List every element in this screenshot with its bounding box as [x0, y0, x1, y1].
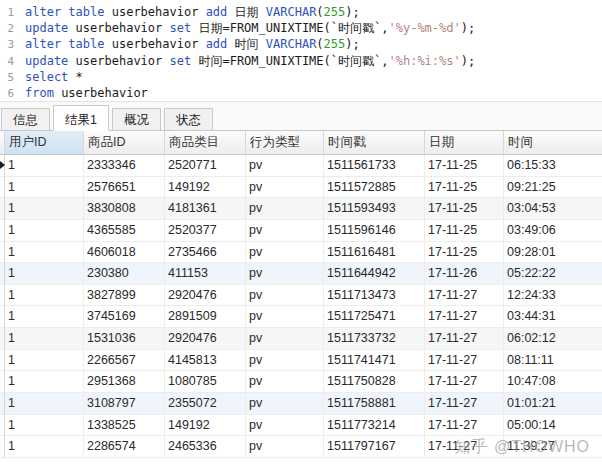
- cell[interactable]: pv: [246, 155, 324, 177]
- cell[interactable]: pv: [246, 393, 324, 415]
- cell[interactable]: 17-11-27: [425, 285, 504, 307]
- cell[interactable]: 03:04:53: [504, 198, 602, 220]
- cell[interactable]: 3827899: [84, 285, 165, 307]
- cell[interactable]: 2520377: [165, 220, 246, 242]
- column-header[interactable]: 用户ID: [5, 131, 84, 155]
- cell[interactable]: 1511733732: [324, 328, 425, 350]
- cell[interactable]: 1: [5, 328, 84, 350]
- row-selector-gutter[interactable]: [0, 415, 5, 437]
- cell[interactable]: 4606018: [84, 242, 165, 264]
- cell[interactable]: 2333346: [84, 155, 165, 177]
- row-selector-gutter[interactable]: [0, 328, 5, 350]
- column-header[interactable]: 时间戳: [324, 131, 425, 155]
- tab-result-1[interactable]: 结果1: [53, 105, 109, 131]
- row-selector-gutter[interactable]: [0, 177, 5, 199]
- tab-status[interactable]: 状态: [164, 108, 213, 130]
- cell[interactable]: 05:00:14: [504, 415, 602, 437]
- cell[interactable]: 149192: [165, 415, 246, 437]
- column-header[interactable]: 行为类型: [246, 131, 324, 155]
- cell[interactable]: 1: [5, 350, 84, 372]
- cell[interactable]: 08:11:11: [504, 350, 602, 372]
- cell[interactable]: 17-11-27: [425, 328, 504, 350]
- column-header[interactable]: 商品ID: [84, 131, 165, 155]
- cell[interactable]: 1080785: [165, 371, 246, 393]
- cell[interactable]: 3745169: [84, 306, 165, 328]
- cell[interactable]: 05:22:22: [504, 263, 602, 285]
- row-selector-gutter[interactable]: [0, 242, 5, 264]
- column-header[interactable]: 时间: [504, 131, 602, 155]
- cell[interactable]: pv: [246, 177, 324, 199]
- cell[interactable]: 1338525: [84, 415, 165, 437]
- column-header[interactable]: 日期: [425, 131, 504, 155]
- cell[interactable]: 2520771: [165, 155, 246, 177]
- cell[interactable]: 17-11-25: [425, 220, 504, 242]
- cell[interactable]: 1511758881: [324, 393, 425, 415]
- cell[interactable]: pv: [246, 371, 324, 393]
- row-selector-gutter[interactable]: [0, 155, 5, 177]
- cell[interactable]: pv: [246, 263, 324, 285]
- cell[interactable]: 1511773214: [324, 415, 425, 437]
- cell[interactable]: 1: [5, 198, 84, 220]
- cell[interactable]: 17-11-25: [425, 155, 504, 177]
- cell[interactable]: 1: [5, 436, 84, 458]
- cell[interactable]: pv: [246, 242, 324, 264]
- cell[interactable]: 4181361: [165, 198, 246, 220]
- cell[interactable]: 09:28:01: [504, 242, 602, 264]
- row-selector-gutter[interactable]: [0, 220, 5, 242]
- cell[interactable]: 411153: [165, 263, 246, 285]
- cell[interactable]: 1511713473: [324, 285, 425, 307]
- row-selector-gutter[interactable]: [0, 350, 5, 372]
- row-selector-gutter[interactable]: [0, 393, 5, 415]
- cell[interactable]: 2735466: [165, 242, 246, 264]
- cell[interactable]: 03:49:06: [504, 220, 602, 242]
- sql-editor[interactable]: 1alter table userbehavior add 日期 VARCHAR…: [0, 0, 602, 101]
- cell[interactable]: 1: [5, 393, 84, 415]
- column-header[interactable]: 商品类目: [165, 131, 246, 155]
- cell[interactable]: 1511741471: [324, 350, 425, 372]
- cell[interactable]: 10:47:08: [504, 371, 602, 393]
- tab-info[interactable]: 信息: [1, 108, 50, 130]
- cell[interactable]: 1531036: [84, 328, 165, 350]
- cell[interactable]: 4145813: [165, 350, 246, 372]
- cell[interactable]: 17-11-25: [425, 198, 504, 220]
- cell[interactable]: 1: [5, 285, 84, 307]
- cell[interactable]: 06:02:12: [504, 328, 602, 350]
- cell[interactable]: pv: [246, 350, 324, 372]
- cell[interactable]: 17-11-27: [425, 306, 504, 328]
- row-selector-gutter[interactable]: [0, 198, 5, 220]
- cell[interactable]: 1511561733: [324, 155, 425, 177]
- cell[interactable]: 1: [5, 371, 84, 393]
- cell[interactable]: pv: [246, 415, 324, 437]
- cell[interactable]: 2951368: [84, 371, 165, 393]
- cell[interactable]: 2920476: [165, 328, 246, 350]
- cell[interactable]: 1511725471: [324, 306, 425, 328]
- cell[interactable]: 17-11-27: [425, 415, 504, 437]
- cell[interactable]: pv: [246, 306, 324, 328]
- cell[interactable]: pv: [246, 198, 324, 220]
- cell[interactable]: 09:21:25: [504, 177, 602, 199]
- cell[interactable]: 1511616481: [324, 242, 425, 264]
- cell[interactable]: 17-11-27: [425, 371, 504, 393]
- cell[interactable]: 1: [5, 263, 84, 285]
- cell[interactable]: 2465336: [165, 436, 246, 458]
- cell[interactable]: 11:39:27: [504, 436, 602, 458]
- cell[interactable]: 4365585: [84, 220, 165, 242]
- cell[interactable]: 17-11-27: [425, 393, 504, 415]
- cell[interactable]: 1: [5, 220, 84, 242]
- cell[interactable]: 17-11-26: [425, 263, 504, 285]
- cell[interactable]: 17-11-27: [425, 350, 504, 372]
- cell[interactable]: pv: [246, 220, 324, 242]
- cell[interactable]: 1: [5, 306, 84, 328]
- cell[interactable]: 1: [5, 177, 84, 199]
- row-selector-gutter[interactable]: [0, 436, 5, 458]
- cell[interactable]: pv: [246, 436, 324, 458]
- cell[interactable]: 17-11-25: [425, 177, 504, 199]
- cell[interactable]: 230380: [84, 263, 165, 285]
- cell[interactable]: 1: [5, 415, 84, 437]
- row-selector-gutter[interactable]: [0, 285, 5, 307]
- cell[interactable]: 17-11-27: [425, 436, 504, 458]
- cell[interactable]: 2266567: [84, 350, 165, 372]
- row-selector-gutter[interactable]: [0, 371, 5, 393]
- cell[interactable]: 1511572885: [324, 177, 425, 199]
- cell[interactable]: 1511596146: [324, 220, 425, 242]
